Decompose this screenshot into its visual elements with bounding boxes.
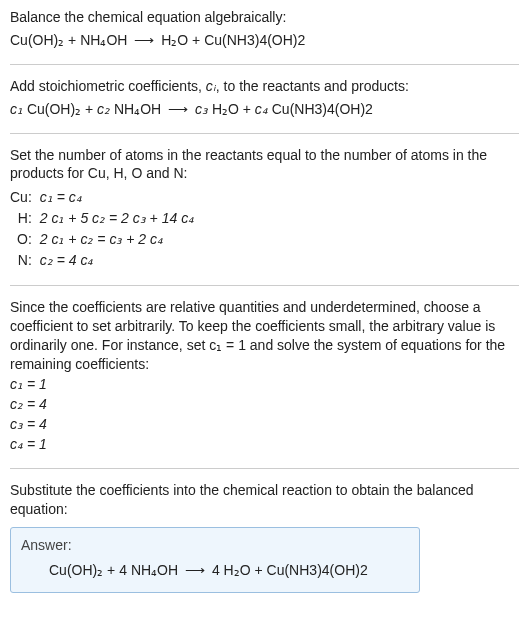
balance-equation: c₂ = 4 c₄ (40, 250, 200, 271)
balance-equation: c₁ = c₄ (40, 187, 200, 208)
solution-c3: c₃ = 4 (10, 415, 519, 434)
divider (10, 64, 519, 65)
coef-c4: c₄ (255, 101, 272, 117)
plus: + (188, 32, 204, 48)
step5-intro: Substitute the coefficients into the che… (10, 481, 519, 519)
plus: + (64, 32, 80, 48)
coef-c1: c₁ (10, 101, 27, 117)
ci-symbol: cᵢ (206, 78, 216, 94)
sol-text: c₃ = 4 (10, 416, 47, 432)
step4-intro: Since the coefficients are relative quan… (10, 298, 519, 374)
product-2: Cu(NH3)4(OH)2 (267, 562, 368, 578)
arrow-icon: ⟶ (165, 100, 191, 119)
step2-equation: c₁ Cu(OH)₂ + c₂ NH₄OH ⟶ c₃ H₂O + c₄ Cu(N… (10, 100, 519, 119)
eq-text: 2 c₁ + 5 c₂ = 2 c₃ + 14 c₄ (40, 210, 194, 226)
product-1: H₂O (161, 32, 188, 48)
table-row: Cu: c₁ = c₄ (10, 187, 200, 208)
reactant-2: NH₄OH (131, 562, 178, 578)
coef-4: 4 (119, 562, 131, 578)
sol-text: c₂ = 4 (10, 396, 47, 412)
divider (10, 468, 519, 469)
text: Add stoichiometric coefficients, (10, 78, 206, 94)
element-label: O: (10, 229, 40, 250)
solution-c2: c₂ = 4 (10, 395, 519, 414)
solution-list: c₁ = 1 c₂ = 4 c₃ = 4 c₄ = 1 (10, 375, 519, 454)
sol-text: c₁ = 1 (10, 376, 47, 392)
element-label: Cu: (10, 187, 40, 208)
step1-intro: Balance the chemical equation algebraica… (10, 8, 519, 27)
product-1: H₂O (224, 562, 251, 578)
divider (10, 133, 519, 134)
eq-text: 2 c₁ + c₂ = c₃ + 2 c₄ (40, 231, 163, 247)
balance-equation: 2 c₁ + c₂ = c₃ + 2 c₄ (40, 229, 200, 250)
plus: + (239, 101, 255, 117)
arrow-icon: ⟶ (182, 561, 208, 580)
product-2: Cu(NH3)4(OH)2 (272, 101, 373, 117)
answer-equation: Cu(OH)₂ + 4 NH₄OH ⟶ 4 H₂O + Cu(NH3)4(OH)… (21, 555, 409, 580)
step3-intro: Set the number of atoms in the reactants… (10, 146, 519, 184)
plus: + (251, 562, 267, 578)
step2-intro: Add stoichiometric coefficients, cᵢ, to … (10, 77, 519, 96)
element-label: N: (10, 250, 40, 271)
reactant-1: Cu(OH)₂ (27, 101, 81, 117)
table-row: H: 2 c₁ + 5 c₂ = 2 c₃ + 14 c₄ (10, 208, 200, 229)
answer-label: Answer: (21, 536, 409, 555)
table-row: N: c₂ = 4 c₄ (10, 250, 200, 271)
eq-text: c₁ = c₄ (40, 189, 82, 205)
coef-4: 4 (212, 562, 224, 578)
solution-c1: c₁ = 1 (10, 375, 519, 394)
step1-equation: Cu(OH)₂ + NH₄OH ⟶ H₂O + Cu(NH3)4(OH)2 (10, 31, 519, 50)
element-label: H: (10, 208, 40, 229)
solution-c4: c₄ = 1 (10, 435, 519, 454)
reactant-1: Cu(OH)₂ (49, 562, 103, 578)
product-1: H₂O (212, 101, 239, 117)
eq-text: c₂ = 4 c₄ (40, 252, 94, 268)
plus: + (81, 101, 97, 117)
coef-c2: c₂ (97, 101, 114, 117)
product-2: Cu(NH3)4(OH)2 (204, 32, 305, 48)
reactant-2: NH₄OH (80, 32, 127, 48)
answer-box: Answer: Cu(OH)₂ + 4 NH₄OH ⟶ 4 H₂O + Cu(N… (10, 527, 420, 593)
balance-equation: 2 c₁ + 5 c₂ = 2 c₃ + 14 c₄ (40, 208, 200, 229)
atom-balance-table: Cu: c₁ = c₄ H: 2 c₁ + 5 c₂ = 2 c₃ + 14 c… (10, 187, 200, 271)
reactant-2: NH₄OH (114, 101, 161, 117)
sol-text: c₄ = 1 (10, 436, 47, 452)
coef-c3: c₃ (195, 101, 212, 117)
reactant-1: Cu(OH)₂ (10, 32, 64, 48)
divider (10, 285, 519, 286)
arrow-icon: ⟶ (131, 31, 157, 50)
table-row: O: 2 c₁ + c₂ = c₃ + 2 c₄ (10, 229, 200, 250)
text: , to the reactants and products: (216, 78, 409, 94)
plus: + (103, 562, 119, 578)
